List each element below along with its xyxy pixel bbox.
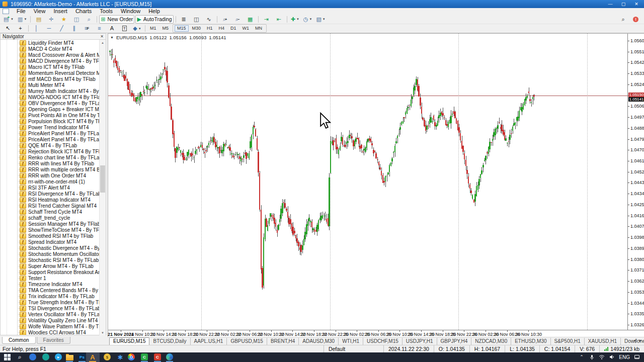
nav-indicator-item[interactable]: ƒmtf MACD Bars MT4 by TFlab <box>1 76 106 82</box>
speaker-icon[interactable] <box>608 353 616 361</box>
microphone-icon[interactable] <box>588 353 596 361</box>
taskbar-app-blue-icon[interactable] <box>29 353 37 361</box>
metatrader-icon[interactable]: A <box>89 353 97 361</box>
nav-indicator-item[interactable]: ƒSession Manager MT4 By TFlab <box>1 221 106 227</box>
tile-windows-button[interactable]: ▦ <box>245 15 256 24</box>
menu-charts[interactable]: Charts <box>71 8 96 15</box>
timeframe-m15[interactable]: M15 <box>175 25 189 32</box>
timeframe-m5[interactable]: M5 <box>160 25 172 32</box>
nav-indicator-item[interactable]: ƒRejection Block ICT MT4 By TFlab <box>1 148 106 154</box>
nav-indicator-item[interactable]: ƒTMA Centered Bands MT4 - By TFLab <box>1 287 106 293</box>
chart-plot-area[interactable]: ▼ EURUSD,M15 1.05122 1.05156 1.05093 1.0… <box>108 34 627 330</box>
telegram-icon[interactable]: ▸ <box>54 353 62 361</box>
menu-view[interactable]: View <box>30 8 50 15</box>
nav-indicator-item[interactable]: ƒStochastic Divergence MT4 - By TFLab <box>1 245 106 251</box>
menu-tools[interactable]: Tools <box>96 8 117 15</box>
nav-indicator-item[interactable]: ƒMACD Divergence MT4 - By TFLab <box>1 58 106 64</box>
nav-indicator-item[interactable]: ƒWoodies CCI Arrows MT4 <box>1 329 106 335</box>
equidistant-channel-button[interactable]: ∥ <box>68 24 80 33</box>
nav-indicator-item[interactable]: ƒMomentum Reversal Detector MT4 <box>1 70 106 76</box>
chart-tab-xauusd-h1[interactable]: XAUUSD,H1 <box>585 338 621 345</box>
chart-line-button[interactable]: ∿ <box>203 15 215 24</box>
profiles-button[interactable]: ▥▼ <box>16 15 28 24</box>
chart-tab-s-p500-h1[interactable]: S&P500,H1 <box>551 338 585 345</box>
scroll-up-icon[interactable]: ▲ <box>100 40 106 45</box>
navigator-scrollbar[interactable]: ▲ ▼ <box>99 40 106 335</box>
text-label-button[interactable]: T <box>119 24 130 33</box>
chart-tab-aapl-us-h1[interactable]: AAPL.US,H1 <box>191 338 227 345</box>
timeframe-w1[interactable]: W1 <box>240 25 252 32</box>
timeframe-d1[interactable]: D1 <box>228 25 239 32</box>
new-chart-button[interactable]: ▤+▼ <box>2 15 15 24</box>
market-watch-button[interactable]: ▤ <box>33 15 44 24</box>
chart-shift-button[interactable]: ⇤ <box>273 15 285 24</box>
nav-indicator-item[interactable]: ƒShowTimeToClose MT4 - By TFLab <box>1 227 106 233</box>
fibonacci-button[interactable]: ≡F <box>81 24 93 33</box>
nav-indicator-item[interactable]: ƒSchaff Trend Cycle MT4 <box>1 209 106 215</box>
scrollbar-thumb[interactable] <box>100 165 105 193</box>
taskbar-green-c-icon[interactable]: C <box>140 353 148 361</box>
nav-indicator-item[interactable]: ƒPivot Points All in One MT4 by TFlab <box>1 112 106 118</box>
close-button[interactable]: ✕ <box>630 0 643 8</box>
cycle-lines-button[interactable]: ≡ <box>94 24 105 33</box>
nav-indicator-item[interactable]: ƒPriceAlert Panel MT4 - By TFLab - Copy <box>1 136 106 142</box>
nav-indicator-item[interactable]: ƒMulti Meter MT4 <box>1 82 106 88</box>
metatrader-taskbar-active[interactable]: A <box>86 352 100 362</box>
notifications-button[interactable]: ! <box>630 15 641 24</box>
timeframe-m1[interactable]: M1 <box>147 25 159 32</box>
nav-indicator-item[interactable]: ƒRRR with multiple orders MT4 By TFlab <box>1 166 106 172</box>
nav-indicator-item[interactable]: ƒStochastic Momentum Oscillator MT4 <box>1 251 106 257</box>
nav-indicator-item[interactable]: ƒTester 1 <box>1 275 106 281</box>
chart-tab-gbpjpy-h4[interactable]: GBPJPY,H4 <box>437 338 472 345</box>
zoom-out-button[interactable]: ⌕− <box>232 15 244 24</box>
nav-indicator-item[interactable]: ƒVolatility Quality Zero Line MT4 <box>1 317 106 323</box>
tab-favorites[interactable]: Favorites <box>37 337 70 344</box>
chart-tab-gbpusd-m15[interactable]: GBPUSD,M15 <box>227 338 267 345</box>
zoom-in-button[interactable]: ⌕+ <box>219 15 231 24</box>
arrows-button[interactable]: ◆▼ <box>131 24 143 33</box>
menu-window[interactable]: Window <box>117 8 144 15</box>
horizontal-line-button[interactable]: ─ <box>43 24 55 33</box>
nav-indicator-item[interactable]: ƒTimezone Indicator MT4 <box>1 281 106 287</box>
taskbar-asterisk-icon[interactable]: ∗ <box>116 353 124 361</box>
search-button[interactable]: ⌕ <box>617 15 629 24</box>
file-explorer-icon[interactable] <box>65 353 73 361</box>
nav-indicator-item[interactable]: ƒTSI Divergence MT4 - By TFLab <box>1 305 106 311</box>
nav-indicator-item[interactable]: ƒSupport Resistance Breakout Arrows MT4 <box>1 269 106 275</box>
nav-indicator-item[interactable]: ƒRRR with lines MT4 By TFlab <box>1 160 106 166</box>
nav-indicator-item[interactable]: ƒPriceAlert Panel MT4 - By TFLab <box>1 130 106 136</box>
taskbar-app-teal-icon[interactable] <box>42 353 50 361</box>
chrome-icon[interactable] <box>127 353 135 361</box>
nav-indicator-item[interactable]: ƒVertex Oscillator MT4 - By TFLab <box>1 311 106 317</box>
chart-tab-adausd-m30[interactable]: ADAUSD,M30 <box>299 338 339 345</box>
price-axis[interactable]: 1.056001.055101.054201.053301.052401.051… <box>627 34 644 330</box>
restore-button[interactable]: ▢ <box>617 0 630 8</box>
text-button[interactable]: A <box>106 24 118 33</box>
start-button[interactable] <box>3 353 11 361</box>
timeframe-h4[interactable]: H4 <box>216 25 227 32</box>
search-icon[interactable]: ⌕ <box>16 353 24 361</box>
crosshair-button[interactable]: + <box>15 24 26 33</box>
navigator-close-icon[interactable]: ✕ <box>100 34 104 39</box>
chart-tab-brent-h4[interactable]: BRENT,H4 <box>267 338 299 345</box>
auto-scroll-button[interactable]: ⇥ <box>261 15 272 24</box>
nav-indicator-item[interactable]: ƒschaff_trend_cycle <box>1 215 106 221</box>
templates-button[interactable]: ▧▼ <box>314 15 327 24</box>
edge-browser-icon[interactable] <box>166 353 174 361</box>
nav-indicator-item[interactable]: ƒrrr-with-one-order-mt4 (1) <box>1 178 106 185</box>
wifi-icon[interactable] <box>598 353 606 361</box>
tab-scroll-right-icon[interactable]: ► <box>638 338 642 343</box>
nav-indicator-item[interactable]: ƒRRR with One Order MT4 <box>1 172 106 178</box>
nav-indicator-item[interactable]: ƒPorpulsion Block ICT MT4 By TFlab <box>1 118 106 124</box>
taskbar-coin-icon[interactable]: $ <box>103 353 111 361</box>
nav-indicator-item[interactable]: ƒMACD 4 Color MT4 <box>1 46 106 52</box>
indicators-button[interactable]: ✚▼ <box>289 15 301 24</box>
nav-indicator-item[interactable]: ƒTrue Strength Index MT4 - By TFLab <box>1 299 106 305</box>
minimize-button[interactable]: — <box>604 0 617 8</box>
nav-indicator-item[interactable]: ƒOpening Gaps + Breaker ICT MT4 By TFlab <box>1 106 106 112</box>
nav-indicator-item[interactable]: ƒRenko chart line MT4 - By TFLab <box>1 154 106 160</box>
chart-tab-eurusd-m15[interactable]: EURUSD,M15 <box>109 337 149 345</box>
timeframe-h1[interactable]: H1 <box>204 25 215 32</box>
nav-indicator-item[interactable]: ƒQQE MT4 - By TFLab <box>1 142 106 148</box>
nav-indicator-item[interactable]: ƒRSI Divergence MT4 - By TFLab <box>1 191 106 197</box>
